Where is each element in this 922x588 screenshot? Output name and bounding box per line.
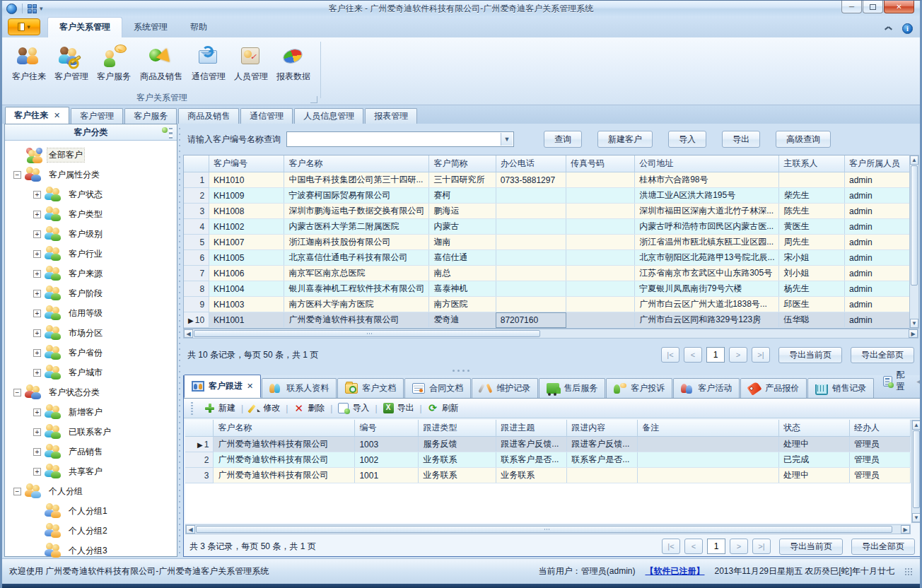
cell[interactable]: 深圳市福田区深南大道北竹子林深... bbox=[635, 204, 779, 219]
cell[interactable]: 江苏省南京市玄武区中山东路305号 bbox=[635, 266, 779, 281]
chevron-down-icon[interactable]: ▼ bbox=[501, 133, 513, 146]
table-row[interactable]: 7KH1006南京军区南京总医院南总江苏省南京市玄武区中山东路305号刘小姐ad… bbox=[184, 266, 914, 281]
cell[interactable]: KH1008 bbox=[209, 204, 284, 219]
tree-item[interactable]: 个人分组2 bbox=[6, 521, 177, 541]
detail-tab-activities[interactable]: 客户活动 bbox=[673, 378, 740, 398]
query-button[interactable]: 查询 bbox=[544, 131, 582, 148]
cell[interactable]: 三十四研究所 bbox=[429, 172, 496, 188]
export-button[interactable]: 导出 bbox=[378, 402, 420, 414]
cell[interactable] bbox=[566, 250, 635, 266]
doc-tab-customer-service[interactable]: 客户服务 bbox=[124, 108, 177, 124]
cell[interactable]: 87207160 bbox=[496, 312, 566, 328]
main-grid-horizontal-scrollbar[interactable]: ◀ ▶ bbox=[183, 329, 918, 339]
table-row[interactable]: 1KH1010中国电子科技集团公司第三十四研...三十四研究所0733-5881… bbox=[184, 172, 914, 188]
column-header[interactable]: 客户名称 bbox=[284, 155, 429, 172]
tree-item[interactable]: +共享客户 bbox=[6, 461, 177, 481]
import-button[interactable]: 导入 bbox=[332, 402, 375, 414]
doc-tab-customer-contacts[interactable]: 客户往来 ✕ bbox=[5, 107, 69, 124]
cell[interactable]: 宋小姐 bbox=[779, 250, 845, 266]
maximize-button[interactable] bbox=[863, 1, 883, 13]
tree-expander-icon[interactable]: + bbox=[33, 329, 41, 337]
table-row[interactable]: ▶1广州爱奇迪软件科技有限公司1003服务反馈跟进客户反馈...跟进客户反馈..… bbox=[185, 437, 911, 452]
cell[interactable]: 邱医生 bbox=[779, 297, 845, 312]
cell[interactable] bbox=[567, 468, 638, 483]
cell[interactable]: 跟进客户反馈... bbox=[496, 437, 567, 452]
column-header[interactable]: 客户编号 bbox=[209, 155, 284, 172]
scroll-up-icon[interactable]: ▲ bbox=[912, 421, 921, 430]
column-header[interactable]: 编号 bbox=[355, 420, 419, 437]
cell[interactable]: 南京军区南京总医院 bbox=[284, 266, 429, 281]
column-header[interactable]: 公司地址 bbox=[635, 155, 779, 172]
cell[interactable]: 嘉信仕通 bbox=[429, 250, 496, 266]
search-input[interactable]: ▼ bbox=[286, 131, 514, 147]
cell[interactable] bbox=[638, 452, 779, 468]
cell[interactable] bbox=[566, 281, 635, 297]
cell[interactable]: 中国电子科技集团公司第三十四研... bbox=[284, 172, 429, 188]
delete-button[interactable]: ✕ 删除 bbox=[288, 402, 330, 414]
prev-page-button[interactable]: < bbox=[684, 347, 702, 363]
cell[interactable]: 1001 bbox=[355, 468, 419, 483]
cell[interactable]: 跟进客户反馈... bbox=[567, 437, 638, 452]
cell[interactable]: 广州市白云区同和路329号123房 bbox=[635, 312, 779, 328]
horizontal-splitter[interactable] bbox=[2, 368, 920, 373]
tree-expander-icon[interactable]: + bbox=[33, 349, 41, 357]
cell[interactable]: admin bbox=[844, 219, 914, 235]
cell[interactable]: 南方医院 bbox=[429, 297, 496, 312]
doc-tab-customer-manage[interactable]: 客户管理 bbox=[71, 108, 123, 124]
cell[interactable] bbox=[496, 266, 566, 281]
cell[interactable]: 广州爱奇迪软件科技有限公司 bbox=[214, 437, 355, 452]
column-header[interactable]: 经办人 bbox=[850, 420, 911, 437]
cell[interactable]: 浙江迦南科技股份有限公司 bbox=[284, 235, 429, 250]
cell[interactable] bbox=[496, 281, 566, 297]
tree-item[interactable]: +客户来源 bbox=[6, 264, 177, 283]
tree-item[interactable]: +市场分区 bbox=[6, 323, 177, 343]
cell[interactable] bbox=[566, 219, 635, 235]
cell[interactable]: 刘小姐 bbox=[779, 266, 845, 281]
column-header[interactable]: 状态 bbox=[779, 420, 850, 437]
next-page-button[interactable]: > bbox=[729, 347, 747, 363]
close-button[interactable]: ✕ bbox=[884, 1, 914, 13]
cell[interactable] bbox=[566, 266, 635, 281]
tree-item[interactable]: −客户属性分类 bbox=[6, 165, 177, 184]
cell[interactable]: 南方医科大学南方医院 bbox=[284, 297, 429, 312]
registered-link[interactable]: 【软件已注册】 bbox=[645, 565, 704, 577]
cell[interactable]: 桂林市六合路98号 bbox=[635, 172, 779, 188]
cell[interactable]: admin bbox=[844, 281, 914, 297]
column-header[interactable]: 客户简称 bbox=[429, 155, 496, 172]
advanced-query-button[interactable]: 高级查询 bbox=[776, 131, 831, 148]
cell[interactable]: 南总 bbox=[429, 266, 496, 281]
new-button[interactable]: 新建 bbox=[199, 402, 241, 414]
sidebar-splitter[interactable] bbox=[177, 124, 182, 557]
cell[interactable] bbox=[496, 204, 566, 219]
cell[interactable]: KH1010 bbox=[209, 172, 284, 188]
detail-tab-maintenance[interactable]: 维护记录 bbox=[472, 378, 538, 398]
scroll-down-icon[interactable]: ▼ bbox=[910, 319, 918, 328]
detail-tab-quotations[interactable]: 产品报价 bbox=[740, 378, 807, 398]
cell[interactable]: 嘉泰神机 bbox=[429, 281, 496, 297]
cell[interactable]: 联系客户是否... bbox=[496, 452, 567, 468]
cell[interactable] bbox=[496, 297, 566, 312]
ribbon-tab-system[interactable]: 系统管理 bbox=[122, 18, 179, 37]
cell[interactable]: 0733-5881297 bbox=[496, 172, 566, 188]
tree-expander-icon[interactable]: − bbox=[13, 488, 21, 495]
column-header[interactable]: 办公电话 bbox=[496, 155, 566, 172]
column-header[interactable]: 主联系人 bbox=[779, 155, 845, 172]
tree-item[interactable]: +客户省份 bbox=[6, 343, 177, 363]
scroll-up-icon[interactable]: ▲ bbox=[910, 155, 918, 165]
ribbon-tab-crm[interactable]: 客户关系管理 bbox=[47, 17, 122, 37]
cell[interactable]: admin bbox=[844, 172, 914, 188]
cell[interactable]: 1002 bbox=[355, 452, 419, 468]
cell[interactable]: 柴先生 bbox=[779, 188, 845, 204]
prev-page-button[interactable]: < bbox=[684, 539, 703, 554]
cell[interactable]: 业务联系 bbox=[496, 468, 567, 483]
new-customer-button[interactable]: 新建客户 bbox=[597, 131, 653, 148]
cell[interactable]: 处理中 bbox=[779, 437, 850, 452]
minimize-button[interactable]: ─ bbox=[841, 1, 862, 13]
detail-tab-sales-records[interactable]: 销售记录 bbox=[807, 378, 874, 398]
tree-expander-icon[interactable]: + bbox=[33, 408, 41, 416]
detail-tab-after-sales[interactable]: 售后服务 bbox=[539, 378, 605, 398]
toolbar-grip[interactable] bbox=[191, 402, 193, 415]
ribbon-button-personnel[interactable]: ✓ 人员管理 bbox=[230, 42, 272, 91]
tree-item[interactable]: +客户状态 bbox=[6, 184, 177, 204]
tree-item[interactable]: 全部客户 bbox=[6, 145, 177, 165]
